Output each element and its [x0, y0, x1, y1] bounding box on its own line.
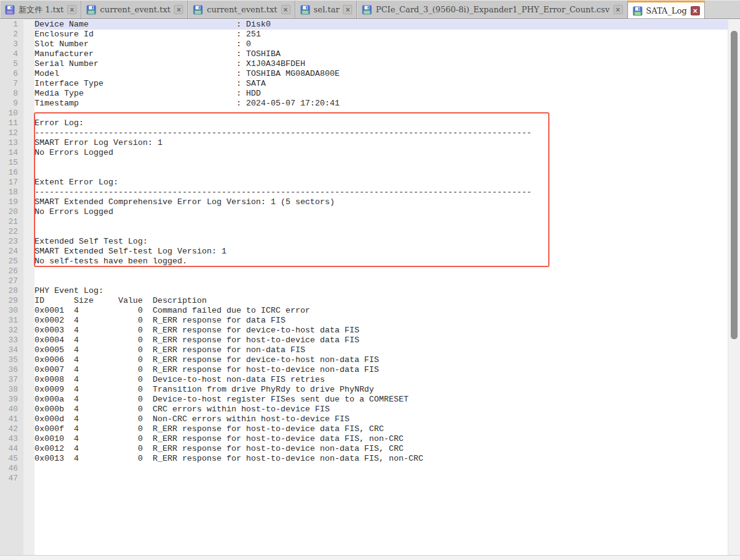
line-text[interactable]: 0x0002 4 0 R_ERR response for data FIS: [35, 316, 728, 326]
line-text[interactable]: [35, 217, 728, 227]
line-number[interactable]: 47: [0, 474, 23, 484]
line-number[interactable]: 7: [0, 79, 23, 89]
line-text[interactable]: 0x0010 4 0 R_ERR response for host-to-de…: [35, 434, 728, 444]
editor-area[interactable]: 1Device Name : Disk02Enclosure Id : 2513…: [0, 20, 740, 555]
line-number[interactable]: 3: [0, 39, 23, 49]
tab-pcie-phy-error-csv[interactable]: PCIe_Card_3_(9560-8i)_Expander1_PHY_Erro…: [357, 1, 627, 19]
line-number[interactable]: 32: [0, 326, 23, 336]
line-number[interactable]: 1: [0, 20, 23, 30]
line-number[interactable]: 16: [0, 168, 23, 178]
line-text[interactable]: Slot Number : 0: [35, 39, 728, 49]
line-number[interactable]: 27: [0, 276, 23, 286]
line-number[interactable]: 17: [0, 178, 23, 187]
line-text[interactable]: 0x000f 4 0 R_ERR response for host-to-de…: [35, 424, 728, 434]
line-number[interactable]: 37: [0, 375, 23, 385]
line-text[interactable]: SMART Error Log Version: 1: [35, 138, 728, 148]
tab-close-icon[interactable]: ×: [281, 5, 290, 14]
tab-new-file-1[interactable]: 新文件 1.txt×: [0, 1, 81, 19]
line-text[interactable]: Extent Error Log:: [35, 178, 728, 187]
line-number[interactable]: 44: [0, 444, 23, 454]
line-number[interactable]: 19: [0, 197, 23, 207]
line-number[interactable]: 35: [0, 355, 23, 365]
line-text[interactable]: No Errors Logged: [35, 207, 728, 217]
line-number[interactable]: 26: [0, 266, 23, 276]
line-text[interactable]: ----------------------------------------…: [35, 187, 728, 197]
line-number[interactable]: 45: [0, 454, 23, 464]
line-number[interactable]: 20: [0, 207, 23, 217]
line-number[interactable]: 18: [0, 187, 23, 197]
line-text[interactable]: ----------------------------------------…: [35, 128, 728, 138]
line-number[interactable]: 38: [0, 385, 23, 395]
tab-close-icon[interactable]: ×: [614, 5, 623, 14]
horizontal-scrollbar-track[interactable]: [0, 555, 740, 560]
line-text[interactable]: No self-tests have been logged.: [35, 257, 728, 266]
line-text[interactable]: 0x0013 4 0 R_ERR response for host-to-de…: [35, 454, 728, 464]
line-text[interactable]: 0x0012 4 0 R_ERR response for host-to-de…: [35, 444, 728, 454]
line-number[interactable]: 4: [0, 49, 23, 59]
line-text[interactable]: [35, 276, 728, 286]
line-text[interactable]: [35, 158, 728, 168]
line-number[interactable]: 25: [0, 257, 23, 266]
line-number[interactable]: 30: [0, 306, 23, 316]
tab-close-icon[interactable]: ×: [343, 5, 352, 14]
line-text[interactable]: Extended Self Test Log:: [35, 237, 728, 247]
line-number[interactable]: 5: [0, 59, 23, 69]
line-text[interactable]: 0x0004 4 0 R_ERR response for host-to-de…: [35, 336, 728, 345]
line-number[interactable]: 12: [0, 128, 23, 138]
line-text[interactable]: 0x000a 4 0 Device-to-host register FISes…: [35, 395, 728, 405]
line-number[interactable]: 21: [0, 217, 23, 227]
line-number[interactable]: 43: [0, 434, 23, 444]
line-text[interactable]: 0x000d 4 0 Non-CRC errors within host-to…: [35, 414, 728, 424]
line-text[interactable]: 0x0003 4 0 R_ERR response for device-to-…: [35, 326, 728, 336]
tab-close-icon[interactable]: ×: [67, 5, 76, 14]
line-number[interactable]: 29: [0, 296, 23, 306]
line-text[interactable]: PHY Event Log:: [35, 286, 728, 296]
line-number[interactable]: 2: [0, 30, 23, 39]
line-text[interactable]: 0x0008 4 0 Device-to-host non-data FIS r…: [35, 375, 728, 385]
line-text[interactable]: Interface Type : SATA: [35, 79, 728, 89]
line-text[interactable]: Timestamp : 2024-05-07 17:20:41: [35, 99, 728, 109]
line-text[interactable]: Model : TOSHIBA MG08ADA800E: [35, 69, 728, 79]
line-text[interactable]: SMART Extended Comprehensive Error Log V…: [35, 197, 728, 207]
line-text[interactable]: 0x0001 4 0 Command failed due to ICRC er…: [35, 306, 728, 316]
line-text[interactable]: 0x0005 4 0 R_ERR response for non-data F…: [35, 345, 728, 355]
tab-close-icon[interactable]: ×: [174, 5, 183, 14]
tab-current-event-2[interactable]: current_event.txt×: [188, 1, 295, 19]
line-text[interactable]: 0x000b 4 0 CRC errors within host-to-dev…: [35, 405, 728, 414]
line-text[interactable]: Enclosure Id : 251: [35, 30, 728, 39]
tab-current-event-1[interactable]: current_event.txt×: [81, 1, 188, 19]
line-number[interactable]: 14: [0, 148, 23, 158]
line-text[interactable]: SMART Extended Self-test Log Version: 1: [35, 247, 728, 257]
line-number[interactable]: 41: [0, 414, 23, 424]
tab-close-icon[interactable]: ×: [691, 6, 700, 15]
tab-sel-tar[interactable]: sel.tar×: [295, 1, 358, 19]
line-text[interactable]: No Errors Logged: [35, 148, 728, 158]
line-text[interactable]: [35, 474, 728, 484]
line-number[interactable]: 15: [0, 158, 23, 168]
line-text[interactable]: [35, 109, 728, 118]
line-text[interactable]: Media Type : HDD: [35, 89, 728, 99]
line-text[interactable]: Serial Number : X1J0A34BFDEH: [35, 59, 728, 69]
vertical-scrollbar[interactable]: [728, 20, 740, 555]
line-number[interactable]: 6: [0, 69, 23, 79]
line-text[interactable]: 0x0009 4 0 Transition from drive PhyRdy …: [35, 385, 728, 395]
line-number[interactable]: 39: [0, 395, 23, 405]
line-number[interactable]: 34: [0, 345, 23, 355]
line-number[interactable]: 9: [0, 99, 23, 109]
line-text[interactable]: Error Log:: [35, 118, 728, 128]
line-text[interactable]: Manufacturer : TOSHIBA: [35, 49, 728, 59]
line-text[interactable]: [35, 266, 728, 276]
line-number[interactable]: 24: [0, 247, 23, 257]
line-number[interactable]: 23: [0, 237, 23, 247]
line-text[interactable]: ID Size Value Description: [35, 296, 728, 306]
line-number[interactable]: 40: [0, 405, 23, 414]
line-number[interactable]: 11: [0, 118, 23, 128]
scrollbar-thumb[interactable]: [731, 31, 738, 339]
line-number[interactable]: 22: [0, 227, 23, 237]
line-number[interactable]: 8: [0, 89, 23, 99]
line-text[interactable]: [35, 168, 728, 178]
line-number[interactable]: 10: [0, 109, 23, 118]
line-number[interactable]: 46: [0, 464, 23, 474]
line-number[interactable]: 31: [0, 316, 23, 326]
line-number[interactable]: 36: [0, 365, 23, 375]
